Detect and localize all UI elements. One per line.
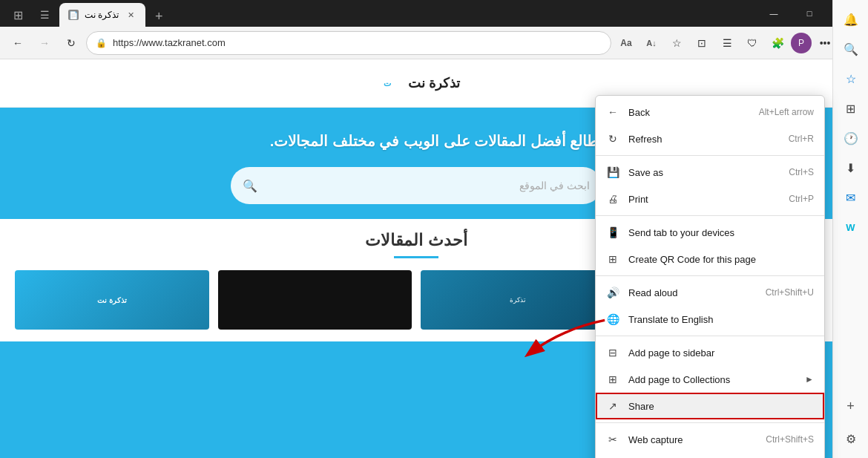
read-view-button[interactable]: Aa bbox=[614, 31, 638, 55]
menu-shortcut-web-capture: Ctrl+Shift+S bbox=[766, 434, 814, 445]
menu-item-share[interactable]: ↗ Share bbox=[596, 393, 824, 419]
title-bar: ⊞ ☰ 📄 تذكرة نت ✕ + — □ ✕ bbox=[0, 0, 868, 27]
translate-icon: 🌐 bbox=[606, 313, 619, 326]
menu-shortcut-save-as: Ctrl+S bbox=[789, 167, 814, 177]
menu-label-share: Share bbox=[628, 401, 814, 412]
url-text: https://www.tazkranet.com bbox=[113, 37, 602, 48]
sidebar-history-icon[interactable]: 🕐 bbox=[838, 125, 864, 151]
tab-title: تذكرة نت bbox=[85, 10, 119, 20]
menu-label-send-tab: Send tab to your devices bbox=[628, 227, 814, 238]
qr-code-icon: ⊞ bbox=[606, 252, 619, 266]
menu-label-qr-code: Create QR Code for this page bbox=[628, 254, 814, 265]
site-name: تذكرة نت bbox=[408, 75, 460, 91]
tab-tools-button[interactable]: ⊡ bbox=[690, 31, 714, 55]
new-tab-button[interactable]: + bbox=[148, 6, 169, 27]
sidebar-outlook-icon[interactable]: ✉ bbox=[838, 184, 864, 211]
nav-bar: ← → ↻ 🔒 https://www.tazkranet.com Aa A↓ … bbox=[0, 27, 868, 59]
menu-item-translate[interactable]: 🌐 Translate to English bbox=[596, 306, 824, 333]
site-logo-area: ت تذكرة نت bbox=[372, 68, 460, 98]
article-logo-1: تذكرة نت bbox=[97, 296, 127, 304]
menu-divider-5 bbox=[596, 422, 824, 423]
menu-item-refresh[interactable]: ↻ Refresh Ctrl+R bbox=[596, 125, 824, 152]
refresh-icon: ↻ bbox=[606, 132, 619, 145]
forward-button[interactable]: → bbox=[33, 31, 56, 55]
sidebar-bell-icon[interactable]: 🔔 bbox=[838, 6, 864, 33]
refresh-button[interactable]: ↻ bbox=[59, 31, 83, 55]
menu-item-add-collections[interactable]: ⊞ Add page to Collections ► bbox=[596, 366, 824, 393]
sidebar-bing-icon[interactable]: W bbox=[838, 214, 864, 241]
menu-label-print: Print bbox=[628, 194, 780, 205]
print-icon: 🖨 bbox=[606, 192, 619, 206]
menu-divider-1 bbox=[596, 155, 824, 156]
sidebar-downloads-icon[interactable]: ⬇ bbox=[838, 154, 864, 181]
menu-shortcut-back: Alt+Left arrow bbox=[759, 107, 814, 117]
search-icon: 🔍 bbox=[243, 179, 257, 193]
menu-label-read-aloud: Read aloud bbox=[628, 287, 757, 298]
extensions-button[interactable]: 🧩 bbox=[766, 31, 789, 55]
right-sidebar: 🔔 🔍 ☆ ⊞ 🕐 ⬇ ✉ W + ⚙ bbox=[832, 0, 868, 458]
menu-item-send-tab[interactable]: 📱 Send tab to your devices bbox=[596, 219, 824, 246]
search-bar[interactable]: 🔍 ابحث في الموقع bbox=[231, 167, 602, 204]
reading-list-button[interactable]: ☰ bbox=[715, 31, 739, 55]
menu-label-add-collections: Add page to Collections bbox=[628, 374, 793, 385]
sidebar-add-icon[interactable]: + bbox=[838, 393, 864, 419]
article-card-3[interactable]: تذكرة bbox=[421, 270, 615, 330]
menu-label-web-capture: Web capture bbox=[628, 434, 757, 445]
tab-close-button[interactable]: ✕ bbox=[125, 9, 137, 21]
workspaces-button[interactable]: ⊞ bbox=[6, 3, 30, 27]
active-tab[interactable]: 📄 تذكرة نت ✕ bbox=[59, 3, 145, 27]
article-card-1[interactable]: تذكرة نت bbox=[15, 270, 209, 330]
read-aloud-icon: 🔊 bbox=[606, 286, 619, 299]
article-card-2[interactable] bbox=[218, 270, 412, 330]
address-bar[interactable]: 🔒 https://www.tazkranet.com bbox=[86, 31, 611, 55]
site-logo: ت bbox=[372, 68, 402, 98]
lock-icon: 🔒 bbox=[96, 38, 107, 48]
vertical-tabs-button[interactable]: ☰ bbox=[33, 3, 56, 27]
menu-label-refresh: Refresh bbox=[628, 134, 780, 145]
menu-item-print[interactable]: 🖨 Print Ctrl+P bbox=[596, 186, 824, 212]
menu-item-save-as[interactable]: 💾 Save as Ctrl+S bbox=[596, 159, 824, 186]
sidebar-settings-icon[interactable]: ⚙ bbox=[838, 425, 864, 452]
collections-arrow-icon: ► bbox=[805, 374, 814, 385]
tab-bar: ⊞ ☰ 📄 تذكرة نت ✕ + bbox=[6, 0, 751, 27]
menu-shortcut-print: Ctrl+P bbox=[789, 194, 814, 204]
profile-icon[interactable]: P bbox=[791, 33, 812, 53]
minimize-button[interactable]: — bbox=[757, 0, 791, 27]
maximize-button[interactable]: □ bbox=[792, 0, 826, 27]
context-menu: ← Back Alt+Left arrow ↻ Refresh Ctrl+R 💾… bbox=[595, 95, 825, 458]
save-icon: 💾 bbox=[606, 166, 619, 179]
add-collections-icon: ⊞ bbox=[606, 373, 619, 386]
immersive-reader-button[interactable]: A↓ bbox=[640, 31, 663, 55]
section-underline bbox=[394, 256, 438, 258]
browser-essentials-button[interactable]: 🛡 bbox=[740, 31, 764, 55]
menu-item-back[interactable]: ← Back Alt+Left arrow bbox=[596, 99, 824, 125]
favorites-button[interactable]: ☆ bbox=[665, 31, 688, 55]
menu-divider-4 bbox=[596, 336, 824, 336]
toolbar-icons: Aa A↓ ☆ ⊡ ☰ 🛡 🧩 P ••• b bbox=[614, 31, 862, 55]
site-logo-text: ت bbox=[384, 79, 391, 88]
web-capture-icon: ✂ bbox=[606, 433, 619, 446]
share-icon: ↗ bbox=[606, 399, 619, 413]
send-tab-icon: 📱 bbox=[606, 226, 619, 239]
menu-divider-2 bbox=[596, 215, 824, 216]
menu-item-read-aloud[interactable]: 🔊 Read aloud Ctrl+Shift+U bbox=[596, 279, 824, 306]
article-logo-3: تذكرة bbox=[510, 296, 526, 304]
tab-favicon: 📄 bbox=[68, 10, 79, 20]
menu-divider-3 bbox=[596, 275, 824, 276]
menu-item-web-capture[interactable]: ✂ Web capture Ctrl+Shift+S bbox=[596, 426, 824, 453]
menu-item-view-source[interactable]: ⟨⟩ View page source Ctrl+U bbox=[596, 453, 824, 458]
menu-item-qr-code[interactable]: ⊞ Create QR Code for this page bbox=[596, 246, 824, 272]
menu-label-back: Back bbox=[628, 107, 750, 118]
sidebar-collections-icon[interactable]: ⊞ bbox=[838, 95, 864, 122]
menu-label-save-as: Save as bbox=[628, 167, 780, 178]
menu-shortcut-read-aloud: Ctrl+Shift+U bbox=[766, 287, 814, 298]
menu-shortcut-refresh: Ctrl+R bbox=[789, 134, 814, 144]
sidebar-search-icon[interactable]: 🔍 bbox=[838, 36, 864, 62]
menu-item-add-sidebar[interactable]: ⊟ Add page to sidebar bbox=[596, 339, 824, 366]
menu-label-add-sidebar: Add page to sidebar bbox=[628, 347, 814, 359]
back-icon: ← bbox=[606, 105, 619, 119]
search-placeholder[interactable]: ابحث في الموقع bbox=[265, 180, 590, 192]
add-sidebar-icon: ⊟ bbox=[606, 346, 619, 359]
sidebar-favorites-icon[interactable]: ☆ bbox=[838, 65, 864, 92]
back-button[interactable]: ← bbox=[6, 31, 30, 55]
